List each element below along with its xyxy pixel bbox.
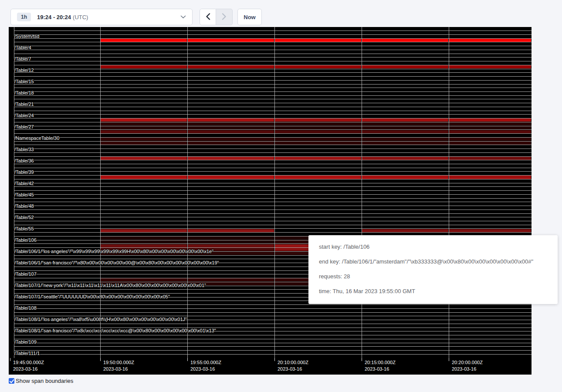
heat-band-cell[interactable] [188,157,274,160]
heat-band-cell[interactable] [101,126,187,129]
row-boundary-line [14,190,532,191]
span-key-label: /NamespaceTable/30 [14,135,59,141]
row-boundary-line [14,50,532,50]
heat-band-cell[interactable] [449,130,531,133]
heat-band-cell[interactable] [362,118,448,122]
heat-band-cell[interactable] [101,65,187,68]
heat-band-cell[interactable] [188,138,274,141]
row-boundary-line [14,88,532,88]
row-boundary-line [14,80,532,81]
prev-time-button[interactable] [200,9,216,25]
heat-band-cell[interactable] [449,142,531,145]
row-boundary-line [14,206,532,206]
heat-band-cell[interactable] [362,229,448,232]
heat-band-cell[interactable] [449,157,531,160]
heat-band-cell[interactable] [362,157,448,160]
row-boundary-line [14,202,532,202]
heat-band-cell[interactable] [101,122,187,125]
time-range-dropdown[interactable]: 1h 19:24 - 20:24 (UTC) [10,9,193,25]
heat-band-cell[interactable] [275,65,361,68]
span-key-label: /Table/108/1/"los angeles"/"\xa8\xf5\u00… [14,317,187,322]
heat-band-cell[interactable] [188,244,274,247]
heat-band-cell[interactable] [188,278,274,281]
heat-band-cell[interactable] [101,176,187,179]
heat-band-cell[interactable] [101,237,187,240]
heat-band-cell[interactable] [449,118,531,122]
heat-band-cell[interactable] [101,39,187,42]
heat-band-cell[interactable] [101,157,187,160]
heat-band-cell[interactable] [188,122,274,125]
heat-band-cell[interactable] [362,130,448,133]
heat-band-cell[interactable] [101,240,187,243]
show-span-boundaries-checkbox[interactable] [9,378,14,384]
heat-band-cell[interactable] [275,142,361,145]
heat-band-cell[interactable] [362,176,448,179]
tooltip-time: time: Thu, 16 Mar 2023 19:55:00 GMT [319,284,547,299]
heat-band-cell[interactable] [188,240,274,243]
span-key-label: /Table/108/1/"san francisco"/"\x8c\xcc\x… [14,328,216,334]
heat-band-cell[interactable] [188,126,274,129]
heat-band-cell[interactable] [101,130,187,133]
heat-band-cell[interactable] [188,142,274,145]
row-boundary-line [14,324,532,324]
span-key-label: /Table/52 [14,215,34,220]
heat-band-cell[interactable] [275,157,361,160]
row-boundary-line [14,194,532,195]
heat-band-cell[interactable] [275,39,361,42]
show-span-boundaries-label: Show span boundaries [16,378,73,384]
heat-band-cell[interactable] [188,39,274,42]
range-text: 19:24 - 20:24 [37,14,71,20]
axis-tick [10,358,10,361]
heat-band-cell[interactable] [101,229,187,232]
span-key-label: /System/tsd [14,34,39,39]
heat-band-cell[interactable] [188,130,274,133]
heat-band-cell[interactable] [101,138,187,141]
time-gridline [362,27,362,358]
heat-band-cell[interactable] [101,142,187,145]
heat-band-cell[interactable] [275,176,361,179]
heat-band-cell[interactable] [362,65,448,68]
chevron-down-icon [180,15,186,19]
heat-band-cell[interactable] [275,118,361,122]
heat-band-cell[interactable] [101,118,187,122]
heat-band-cell[interactable] [449,65,531,68]
range-duration-badge: 1h [17,13,31,21]
span-key-label: /Table/107 [14,271,37,277]
heat-band-cell[interactable] [188,65,274,68]
heat-band-cell[interactable] [101,244,187,247]
span-key-label: /Table/24 [14,113,34,118]
heat-band-cell[interactable] [362,122,448,125]
heat-band-cell[interactable] [362,126,448,129]
heat-band-cell[interactable] [275,122,361,125]
chevron-left-icon [206,13,210,21]
heat-band-cell[interactable] [188,118,274,122]
heat-band-cell[interactable] [188,176,274,179]
heat-band-cell[interactable] [449,126,531,129]
heat-band-cell[interactable] [275,138,361,141]
row-boundary-line [14,160,532,160]
now-button[interactable]: Now [237,9,262,25]
heat-band-cell[interactable] [275,130,361,133]
time-gridline [187,27,188,358]
heat-band-cell[interactable] [449,229,531,232]
heat-band-cell[interactable] [449,138,531,141]
heat-band-cell[interactable] [362,138,448,141]
heat-band-cell[interactable] [362,39,448,42]
heat-band-cell[interactable] [362,142,448,145]
heat-band-cell[interactable] [188,229,274,232]
next-time-button[interactable] [216,9,233,25]
heat-band-cell[interactable] [101,278,187,281]
axis-tick-label: 19:55:00.000Z2023-03-16 [190,359,221,372]
row-boundary-line [14,343,532,343]
heat-band-cell[interactable] [449,122,531,125]
heat-band-cell[interactable] [275,126,361,129]
heat-band-cell[interactable] [188,237,274,240]
span-key-label: /Table/36 [14,158,34,164]
key-visualizer-heatmap[interactable]: /System/tsd/Table/4/Table/7/Table/12/Tab… [9,27,532,358]
row-boundary-line [14,171,532,172]
heat-band-cell[interactable] [449,39,531,42]
span-key-label: /Table/4 [14,45,31,51]
row-boundary-line [14,221,532,221]
heat-band-cell[interactable] [449,176,531,179]
span-key-label: /Table/106/1/"los angeles"/"\x99\x99\x99… [14,249,213,254]
